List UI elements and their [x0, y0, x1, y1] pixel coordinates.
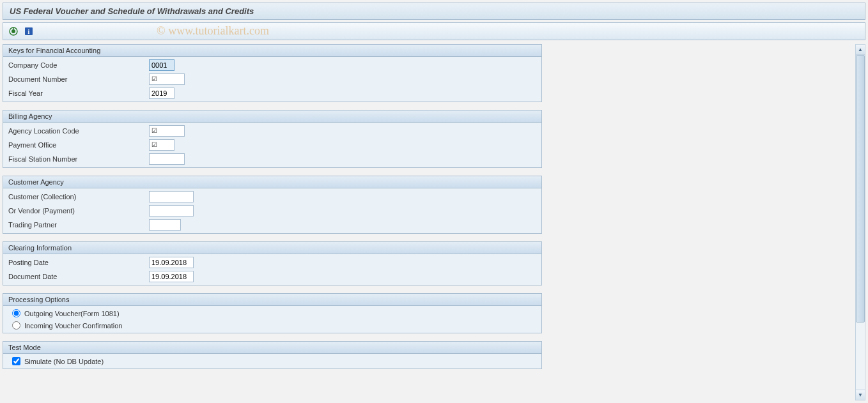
vendor-payment-label: Or Vendor (Payment): [8, 207, 149, 215]
posting-date-label: Posting Date: [8, 259, 149, 266]
scroll-track[interactable]: [856, 55, 865, 390]
panel-processing-header: Processing Options: [3, 294, 541, 306]
company-code-label: Company Code: [8, 61, 149, 69]
panel-billing-header: Billing Agency: [3, 110, 541, 123]
payment-office-label: Payment Office: [8, 141, 149, 149]
fiscal-year-label: Fiscal Year: [8, 89, 149, 97]
panel-clearing: Clearing Information Posting Date Docume…: [3, 241, 542, 285]
toolbar: i: [3, 22, 865, 40]
main-column: Keys for Financial Accounting Company Co…: [3, 44, 542, 402]
scroll-down-arrow-icon[interactable]: ▼: [856, 390, 865, 400]
panel-billing: Billing Agency Agency Location Code ☑ Pa…: [3, 110, 542, 168]
panel-keys: Keys for Financial Accounting Company Co…: [3, 44, 542, 102]
document-date-label: Document Date: [8, 273, 149, 280]
svg-text:i: i: [28, 28, 30, 35]
simulate-checkbox-row[interactable]: Simulate (No DB Update): [3, 355, 541, 367]
execute-icon[interactable]: [8, 26, 19, 36]
posting-date-input[interactable]: [149, 257, 194, 268]
panel-testmode-header: Test Mode: [3, 342, 541, 354]
panel-clearing-header: Clearing Information: [3, 242, 541, 254]
agency-location-label: Agency Location Code: [8, 127, 149, 135]
incoming-voucher-radio-row[interactable]: Incoming Voucher Confirmation: [3, 319, 541, 331]
customer-collection-label: Customer (Collection): [8, 193, 149, 201]
panel-customer-header: Customer Agency: [3, 176, 541, 188]
fiscal-station-label: Fiscal Station Number: [8, 155, 149, 163]
vendor-payment-input[interactable]: [149, 205, 194, 217]
scroll-thumb[interactable]: [856, 55, 865, 323]
document-date-input[interactable]: [149, 271, 194, 282]
trading-partner-input[interactable]: [149, 219, 181, 231]
agency-location-input[interactable]: ☑: [149, 125, 185, 137]
vertical-scrollbar[interactable]: ▲ ▼: [855, 44, 865, 400]
panel-keys-header: Keys for Financial Accounting: [3, 45, 541, 57]
document-number-input[interactable]: ☑: [149, 73, 185, 85]
panel-testmode: Test Mode Simulate (No DB Update): [3, 341, 542, 369]
fiscal-station-input[interactable]: [149, 153, 185, 165]
payment-office-input[interactable]: ☑: [149, 139, 174, 151]
customer-collection-input[interactable]: [149, 191, 194, 202]
incoming-voucher-label: Incoming Voucher Confirmation: [24, 322, 122, 330]
outgoing-voucher-radio[interactable]: [12, 309, 20, 317]
svg-point-1: [12, 29, 15, 33]
panel-customer: Customer Agency Customer (Collection) Or…: [3, 176, 542, 234]
fiscal-year-input[interactable]: [149, 87, 174, 99]
trading-partner-label: Trading Partner: [8, 221, 149, 229]
content-area: Keys for Financial Accounting Company Co…: [3, 44, 865, 402]
panel-processing: Processing Options Outgoing Voucher(Form…: [3, 293, 542, 333]
company-code-input[interactable]: [149, 59, 174, 71]
document-number-label: Document Number: [8, 75, 149, 83]
info-icon[interactable]: i: [24, 26, 34, 36]
outgoing-voucher-label: Outgoing Voucher(Form 1081): [24, 310, 120, 317]
outgoing-voucher-radio-row[interactable]: Outgoing Voucher(Form 1081): [3, 307, 541, 319]
scroll-up-arrow-icon[interactable]: ▲: [856, 45, 865, 55]
simulate-label: Simulate (No DB Update): [24, 358, 104, 365]
spacer: [542, 44, 855, 402]
incoming-voucher-radio[interactable]: [12, 321, 20, 330]
simulate-checkbox[interactable]: [12, 357, 20, 365]
page-title: US Federal Voucher and Schedule of Withd…: [3, 3, 865, 20]
